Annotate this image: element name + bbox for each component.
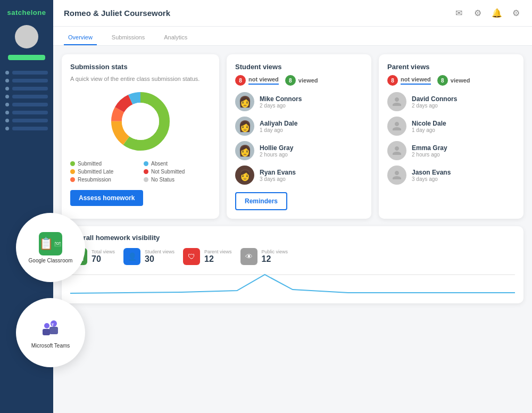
settings-icon[interactable]: ⚙	[472, 8, 483, 19]
legend-dot	[70, 161, 75, 166]
student-time: 3 days ago	[260, 176, 296, 182]
parent-item: Jason Evans 3 days ago	[387, 166, 515, 185]
sidebar-item[interactable]	[5, 127, 48, 130]
student-time: 2 days ago	[260, 103, 302, 109]
mini-chart: 4	[70, 269, 515, 296]
line-chart-svg: 4	[70, 269, 515, 296]
person-icon	[392, 170, 402, 180]
sidebar-item[interactable]	[5, 79, 48, 82]
nav-dot	[5, 87, 9, 90]
svg-rect-10	[43, 329, 50, 335]
parent-viewed-count: 8	[437, 75, 448, 86]
stat-public-views: 👁 Public views 12	[240, 248, 288, 265]
svg-rect-8	[49, 327, 58, 334]
tab-overview[interactable]: Overview	[64, 30, 97, 45]
assess-homework-button[interactable]: Assess homework	[70, 190, 143, 206]
sidebar-item[interactable]	[5, 87, 48, 90]
student-item: 👩 Mike Connors 2 days ago	[235, 92, 363, 111]
email-icon[interactable]: ✉	[453, 8, 464, 19]
legend-dot	[70, 169, 75, 174]
parent-views-card: Parent views 8 not viewed 8 viewed	[379, 54, 523, 219]
stat-text: Public views 12	[262, 249, 288, 264]
logo-accent: one	[33, 9, 46, 16]
legend-dot	[144, 161, 148, 166]
public-views-icon: 👁	[240, 248, 257, 265]
student-time: 2 hours ago	[260, 152, 293, 158]
svg-point-9	[44, 323, 49, 328]
person-icon	[392, 96, 402, 107]
parent-views-title: Parent views	[387, 63, 515, 71]
not-viewed-label: not viewed	[248, 76, 279, 85]
parent-time: 3 days ago	[412, 176, 451, 182]
legend-label: Absent	[151, 161, 168, 167]
svg-point-5	[55, 242, 56, 243]
parent-time: 2 days ago	[412, 103, 457, 109]
google-classroom-label: Google Classroom	[29, 258, 73, 263]
tab-strip: Overview Submissions Analytics	[53, 27, 532, 46]
student-views-card: Student views 8 not viewed 8 viewed 👩	[227, 54, 371, 219]
parent-list: David Connors 2 days ago Nicole Dale 1 d…	[387, 92, 515, 185]
sidebar-item[interactable]	[5, 103, 48, 106]
tab-submissions[interactable]: Submissions	[107, 30, 149, 45]
student-views-icon: 👤	[123, 248, 140, 265]
reminders-button[interactable]: Reminders	[235, 192, 287, 210]
svg-text:T: T	[52, 323, 54, 327]
person-icon	[392, 121, 402, 131]
top-bar-icons: ✉ ⚙ 🔔 ⚙	[453, 8, 521, 19]
submission-stats-title: Submission stats	[70, 63, 211, 71]
not-viewed-badge: 8 not viewed	[235, 75, 279, 86]
nav-line	[12, 119, 48, 122]
legend-label: Resubmission	[78, 177, 111, 183]
legend-item-submitted-late: Submitted Late	[70, 169, 137, 175]
sidebar-item[interactable]	[5, 111, 48, 114]
student-views-value: 30	[145, 254, 174, 264]
nav-line	[12, 79, 48, 82]
student-avatar: 👩	[235, 141, 254, 160]
legend-item-submitted: Submitted	[70, 161, 137, 167]
legend-dot	[70, 177, 75, 182]
student-item: 👩 Aaliyah Dale 1 day ago	[235, 117, 363, 136]
parent-name: Nicole Dale	[412, 120, 446, 127]
legend-item-no-status: No Status	[144, 177, 211, 183]
sidebar-item[interactable]	[5, 71, 48, 75]
legend-dot	[144, 177, 148, 182]
student-name: Hollie Gray	[260, 144, 293, 152]
public-views-label: Public views	[262, 249, 288, 254]
legend-label: Submitted	[78, 161, 102, 167]
google-classroom-badge[interactable]: Google Classroom	[16, 213, 85, 282]
student-list: 👩 Mike Connors 2 days ago 👩 Aaliyah Dale…	[235, 92, 363, 185]
parent-viewed-label: viewed	[451, 77, 470, 84]
gc-svg	[53, 235, 62, 253]
viewed-badge: 8 viewed	[285, 75, 318, 86]
student-name: Aaliyah Dale	[260, 120, 297, 127]
main-content: Romeo & Juliet Coursework ✉ ⚙ 🔔 ⚙ Overvi…	[53, 0, 532, 413]
student-item: 👩 Hollie Gray 2 hours ago	[235, 141, 363, 160]
legend-label: No Status	[151, 177, 174, 183]
parent-not-viewed-badge: 8 not viewed	[387, 75, 431, 86]
student-avatar: 👩	[235, 166, 254, 185]
visibility-card: Overall homework visibility 📈 Total view…	[62, 226, 523, 303]
logo-text: satchel	[7, 9, 33, 16]
parent-info: Jason Evans 3 days ago	[412, 169, 451, 182]
parent-item: Emma Gray 2 hours ago	[387, 141, 515, 160]
legend-item-resubmission: Resubmission	[70, 177, 137, 183]
sidebar-item[interactable]	[5, 95, 48, 98]
microsoft-teams-badge[interactable]: T Microsoft Teams	[16, 298, 85, 367]
bell-icon[interactable]: 🔔	[492, 8, 502, 19]
sidebar-item[interactable]	[5, 119, 48, 122]
tab-analytics[interactable]: Analytics	[160, 30, 192, 45]
parent-views-value: 12	[204, 254, 232, 264]
student-item: 👩 Ryan Evans 3 days ago	[235, 166, 363, 185]
parent-avatar	[387, 92, 406, 111]
parent-info: Nicole Dale 1 day ago	[412, 120, 446, 133]
parent-avatar	[387, 166, 406, 185]
nav-dot	[5, 111, 9, 114]
submission-stats-subtitle: A quick view of the entire class submiss…	[70, 75, 211, 83]
nav-dot	[5, 103, 9, 106]
parent-time: 1 day ago	[412, 127, 446, 133]
student-avatar: 👩	[235, 92, 254, 111]
student-info: Hollie Gray 2 hours ago	[260, 144, 293, 158]
person-icon	[392, 145, 402, 156]
config-icon[interactable]: ⚙	[511, 8, 521, 19]
visibility-title: Overall homework visibility	[70, 234, 515, 242]
